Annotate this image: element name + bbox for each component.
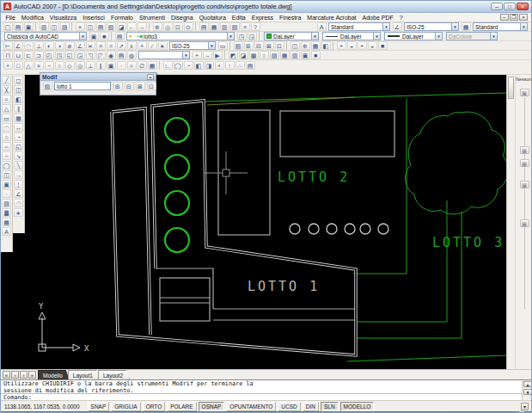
dock-lock-icon[interactable]: ▣ bbox=[520, 219, 529, 227]
plot-preview-icon[interactable]: ◫ bbox=[50, 22, 59, 31]
discard-reference-changes-icon[interactable]: ⊠ bbox=[136, 82, 145, 90]
toggle-sln[interactable]: SLN bbox=[321, 402, 339, 411]
snap-insert-icon[interactable]: ▣ bbox=[107, 61, 116, 70]
layer-lock-icon[interactable]: ▪ bbox=[137, 33, 138, 40]
radius-icon[interactable]: ◐ bbox=[45, 41, 54, 50]
dock-lock-icon[interactable]: ▣ bbox=[520, 146, 529, 154]
center-mark-icon[interactable]: + bbox=[138, 41, 147, 50]
toggle-din[interactable]: DIN bbox=[303, 402, 319, 411]
toggle-griglia[interactable]: GRIGLIA bbox=[111, 402, 140, 411]
copy-icon[interactable]: ◫ bbox=[86, 22, 95, 31]
menu-disegna[interactable]: Disegna bbox=[168, 15, 196, 21]
break-icon[interactable]: ¦ bbox=[14, 180, 23, 188]
chevron-down-icon[interactable]: ▼ bbox=[435, 33, 442, 40]
dock-lock-icon[interactable]: ▣ bbox=[520, 159, 529, 167]
rotate-icon[interactable]: ◔ bbox=[14, 133, 23, 141]
chevron-down-icon[interactable]: ▼ bbox=[182, 52, 189, 59]
menu-quotatura[interactable]: Quotatura bbox=[196, 15, 229, 21]
dimension-update-icon[interactable]: ∗ bbox=[158, 41, 168, 50]
rectangle-icon[interactable]: ▭ bbox=[2, 114, 11, 122]
dock-lock-icon[interactable]: ▣ bbox=[520, 181, 529, 188]
workspace-combo[interactable]: Classica di AutoCAD▼ bbox=[4, 32, 87, 40]
view-se-icon[interactable]: ◲ bbox=[76, 51, 85, 59]
view-sw-icon[interactable]: ◱ bbox=[65, 51, 75, 59]
continue-icon[interactable]: = bbox=[107, 41, 116, 50]
view-top-icon[interactable]: ⊓ bbox=[3, 51, 13, 59]
layer-color-chip-icon[interactable]: ■ bbox=[139, 33, 143, 40]
arc-icon[interactable]: ◠ bbox=[2, 123, 11, 132]
snap-tangent-icon[interactable]: ◎ bbox=[76, 61, 85, 70]
ucs-previous-icon[interactable]: ◔ bbox=[184, 61, 193, 70]
mtext-icon[interactable]: A bbox=[2, 227, 11, 236]
pan-icon[interactable]: ⊕ bbox=[153, 22, 162, 31]
zoom-realtime-icon[interactable]: ◎ bbox=[163, 22, 173, 31]
add-to-workset-icon[interactable]: ⊞ bbox=[244, 41, 254, 50]
draworder-icon[interactable]: ■ bbox=[378, 41, 388, 50]
materials-icon[interactable]: ▨ bbox=[270, 51, 279, 59]
tolerance-icon[interactable]: ± bbox=[127, 41, 137, 50]
status-tray-arrow-icon[interactable]: ▾ bbox=[521, 403, 529, 410]
edit-reference-icon[interactable]: ▧ bbox=[234, 41, 243, 50]
workspace-save-icon[interactable]: ■ bbox=[100, 32, 109, 40]
menu-adobe-pdf[interactable]: Adobe PDF bbox=[359, 15, 396, 21]
orbit-icon[interactable]: ◍ bbox=[127, 51, 137, 59]
view-left-icon[interactable]: ⊏ bbox=[24, 51, 34, 59]
tab-layout2[interactable]: Layout2 bbox=[98, 370, 130, 379]
insert-block-icon[interactable]: ◫ bbox=[2, 170, 11, 179]
snap-perpendicular-icon[interactable]: ⊥ bbox=[86, 61, 95, 70]
view-ne-icon[interactable]: ◹ bbox=[86, 51, 95, 59]
color-combo[interactable]: DaLayer▼ bbox=[264, 32, 319, 40]
remove-from-workset-icon[interactable]: ⊟ bbox=[254, 41, 264, 50]
chamfer-icon[interactable]: ∠ bbox=[14, 189, 23, 198]
mdi-minimize-button[interactable]: – bbox=[500, 14, 509, 21]
layer-previous-icon[interactable]: ◲ bbox=[248, 32, 257, 40]
snap-center-icon[interactable]: ○ bbox=[55, 61, 64, 70]
sheetset-manager-icon[interactable]: ▧ bbox=[230, 22, 240, 31]
jogged-icon[interactable]: ◑ bbox=[55, 41, 64, 50]
toggle-osnap[interactable]: OSNAP bbox=[199, 402, 225, 411]
save-icon[interactable]: ▣ bbox=[24, 22, 34, 31]
snap-midpoint-icon[interactable]: △ bbox=[24, 61, 34, 70]
drawing-canvas[interactable]: LOTTO 2 LOTTO 3 LOTTO 1 Y X bbox=[1, 75, 506, 369]
text-style-icon[interactable]: A bbox=[317, 22, 327, 31]
scrollbar-thumb[interactable] bbox=[508, 77, 514, 99]
spline-icon[interactable]: ~ bbox=[2, 151, 11, 160]
dim-style-icon[interactable]: ∠ bbox=[393, 22, 402, 31]
layer-properties-manager-icon[interactable]: ▤ bbox=[115, 32, 125, 40]
maximize-button[interactable]: □ bbox=[504, 3, 516, 10]
stretch-icon[interactable]: ↘ bbox=[14, 151, 23, 160]
view-right-icon[interactable]: ⊐ bbox=[34, 51, 44, 59]
array-icon[interactable]: ▦ bbox=[14, 114, 23, 122]
chevron-down-icon[interactable]: ▼ bbox=[79, 33, 86, 40]
visual-styles-icon[interactable]: ◪ bbox=[239, 51, 248, 59]
zoom-window-icon[interactable]: ⊡ bbox=[174, 22, 183, 31]
snap-none-icon[interactable]: ∅ bbox=[138, 61, 147, 70]
chevron-down-icon[interactable]: ▼ bbox=[311, 33, 318, 40]
ellipse-icon[interactable]: ◯ bbox=[2, 161, 11, 170]
point-icon[interactable]: · bbox=[2, 189, 11, 198]
trim-icon[interactable]: ╲ bbox=[14, 161, 23, 170]
menu-inserisci[interactable]: Inserisci bbox=[80, 15, 108, 21]
menu-modifica[interactable]: Modifica bbox=[18, 15, 46, 21]
circle-icon[interactable]: ○ bbox=[2, 133, 11, 141]
ucs-world-icon[interactable]: ◯ bbox=[174, 61, 183, 70]
xref-frame-icon[interactable]: ▦ bbox=[311, 41, 321, 50]
menu-help[interactable]: ? bbox=[396, 15, 406, 21]
prev-tab-button[interactable]: ‹ bbox=[11, 371, 19, 379]
dim-style-combo[interactable]: ISO-25▼ bbox=[404, 22, 459, 31]
remove-objects-from-workset-icon[interactable]: ⊟ bbox=[125, 82, 134, 90]
ordinate-icon[interactable]: ⊥ bbox=[34, 41, 44, 50]
chevron-down-icon[interactable]: ▼ bbox=[227, 33, 234, 40]
chevron-down-icon[interactable]: ▼ bbox=[382, 23, 389, 30]
construction-line-icon[interactable]: ╳ bbox=[2, 85, 11, 94]
dock-lock-icon[interactable]: ▣ bbox=[520, 89, 529, 96]
polyline-icon[interactable]: ≈ bbox=[2, 95, 11, 103]
chevron-down-icon[interactable]: ▼ bbox=[208, 42, 215, 49]
menu-marcature-acrobat[interactable]: Marcature Acrobat bbox=[304, 15, 359, 21]
draworder-under-icon[interactable]: ◒ bbox=[368, 41, 377, 50]
tab-modello[interactable]: Modello bbox=[38, 370, 70, 379]
last-tab-button[interactable]: » bbox=[28, 371, 36, 379]
copy-object-icon[interactable]: ◫ bbox=[14, 85, 23, 94]
quick-dimension-icon[interactable]: ≍ bbox=[86, 41, 95, 50]
toggle-polare[interactable]: POLARE bbox=[167, 402, 196, 411]
